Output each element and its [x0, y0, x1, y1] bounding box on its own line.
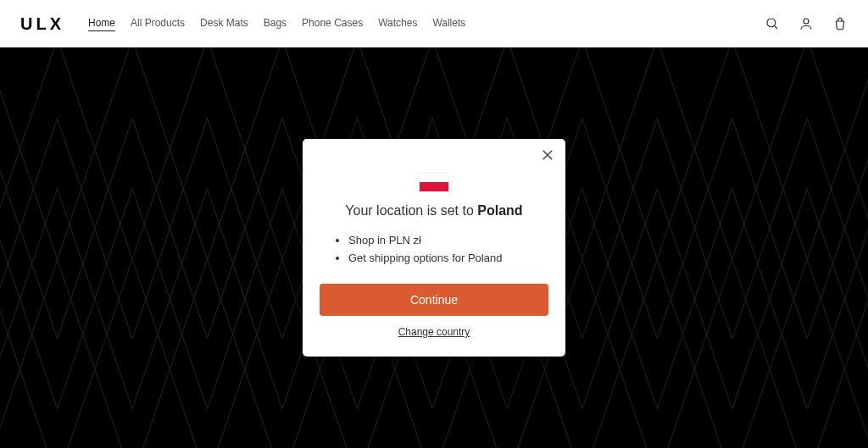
nav-all-products[interactable]: All Products — [131, 17, 185, 31]
nav-phone-cases[interactable]: Phone Cases — [302, 17, 363, 31]
header-actions — [765, 16, 848, 31]
modal-title: Your location is set to Poland — [320, 203, 548, 218]
change-country-link[interactable]: Change country — [320, 326, 548, 338]
modal-bullets: Shop in PLN zł Get shipping options for … — [320, 232, 548, 268]
close-icon[interactable] — [540, 147, 555, 163]
nav-bags[interactable]: Bags — [264, 17, 287, 31]
svg-line-1 — [775, 26, 777, 29]
primary-nav: Home All Products Desk Mats Bags Phone C… — [88, 17, 765, 31]
bullet-shipping: Get shipping options for Poland — [348, 250, 548, 268]
cart-icon[interactable] — [832, 16, 848, 31]
svg-point-2 — [804, 19, 809, 24]
account-icon[interactable] — [798, 16, 814, 31]
search-icon[interactable] — [765, 16, 780, 31]
bullet-currency: Shop in PLN zł — [348, 232, 548, 250]
modal-title-country: Poland — [477, 203, 522, 218]
poland-flag-icon — [420, 173, 448, 191]
location-modal: Your location is set to Poland Shop in P… — [303, 139, 565, 357]
nav-home[interactable]: Home — [88, 17, 115, 31]
modal-title-prefix: Your location is set to — [345, 203, 477, 218]
nav-desk-mats[interactable]: Desk Mats — [200, 17, 248, 31]
svg-point-0 — [767, 19, 776, 27]
nav-wallets[interactable]: Wallets — [432, 17, 465, 31]
site-header: ULX Home All Products Desk Mats Bags Pho… — [0, 0, 868, 47]
flag-wrap — [320, 173, 548, 191]
modal-overlay: Your location is set to Poland Shop in P… — [0, 47, 868, 448]
nav-watches[interactable]: Watches — [378, 17, 417, 31]
brand-logo[interactable]: ULX — [20, 14, 64, 34]
continue-button[interactable]: Continue — [320, 284, 548, 316]
